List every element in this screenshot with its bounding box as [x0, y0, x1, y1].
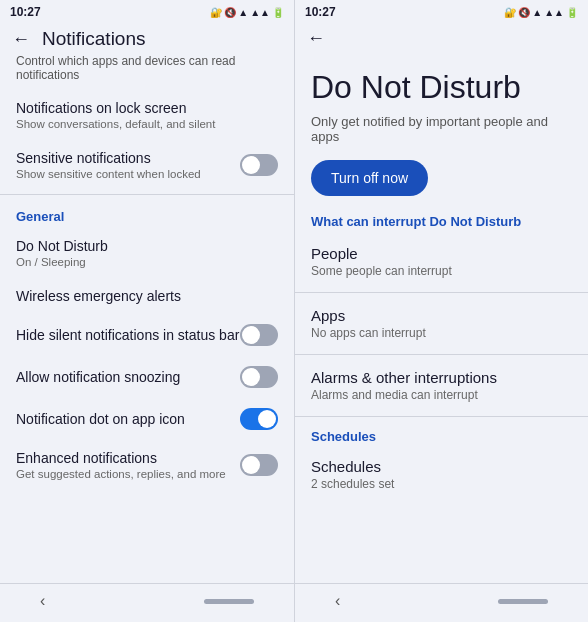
- signal-icon-r: ▲▲: [544, 7, 564, 18]
- sensitive-sub: Show sensitive content when locked: [16, 168, 240, 180]
- status-icons-left: 🔐 🔇 ▲ ▲▲ 🔋: [210, 7, 284, 18]
- wifi-icon-r: ▲: [532, 7, 542, 18]
- status-bar-right: 10:27 🔐 🔇 ▲ ▲▲ 🔋: [295, 0, 588, 22]
- divider-r2: [295, 354, 588, 355]
- snoozing-title: Allow notification snoozing: [16, 369, 240, 385]
- enhanced-title: Enhanced notifications: [16, 450, 240, 466]
- nav-back-left[interactable]: ‹: [40, 592, 45, 610]
- enhanced-sub: Get suggested actions, replies, and more: [16, 468, 240, 480]
- status-bar-left: 10:27 🔐 🔇 ▲ ▲▲ 🔋: [0, 0, 294, 22]
- turn-off-now-button[interactable]: Turn off now: [311, 160, 428, 196]
- notif-dot-item[interactable]: Notification dot on app icon: [0, 398, 294, 440]
- notif-dot-toggle[interactable]: [240, 408, 278, 430]
- nav-pill-right[interactable]: [498, 599, 548, 604]
- people-title: People: [311, 245, 572, 262]
- sensitive-toggle-knob: [242, 156, 260, 174]
- snoozing-knob: [242, 368, 260, 386]
- status-icons-right: 🔐 🔇 ▲ ▲▲ 🔋: [504, 7, 578, 18]
- apps-item[interactable]: Apps No apps can interrupt: [295, 297, 588, 350]
- schedules-section-label: Schedules: [295, 421, 588, 448]
- do-not-disturb-item[interactable]: Do Not Disturb On / Sleeping: [0, 228, 294, 278]
- wifi-icon: ▲: [238, 7, 248, 18]
- apps-title: Apps: [311, 307, 572, 324]
- sensitive-title: Sensitive notifications: [16, 150, 240, 166]
- divider-r1: [295, 292, 588, 293]
- notif-dot-knob: [258, 410, 276, 428]
- lock-screen-title: Notifications on lock screen: [16, 100, 278, 116]
- alarms-sub: Alarms and media can interrupt: [311, 388, 572, 402]
- schedules-item[interactable]: Schedules 2 schedules set: [295, 448, 588, 501]
- snoozing-toggle[interactable]: [240, 366, 278, 388]
- nav-back-right[interactable]: ‹: [335, 592, 340, 610]
- people-sub: Some people can interrupt: [311, 264, 572, 278]
- interrupt-section-label: What can interrupt Do Not Disturb: [295, 210, 588, 235]
- hide-silent-knob: [242, 326, 260, 344]
- alarms-item[interactable]: Alarms & other interruptions Alarms and …: [295, 359, 588, 412]
- bottom-bar-right: ‹: [295, 583, 588, 622]
- top-bar-left: ← Notifications: [0, 22, 294, 54]
- alarms-title: Alarms & other interruptions: [311, 369, 572, 386]
- schedules-title: Schedules: [311, 458, 572, 475]
- lock-screen-item[interactable]: Notifications on lock screen Show conver…: [0, 90, 294, 140]
- apps-sub: No apps can interrupt: [311, 326, 572, 340]
- back-button-right[interactable]: ←: [307, 28, 325, 48]
- allow-snoozing-item[interactable]: Allow notification snoozing: [0, 356, 294, 398]
- battery-icon: 🔋: [272, 7, 284, 18]
- signal-icon: ▲▲: [250, 7, 270, 18]
- status-time-right: 10:27: [305, 5, 336, 19]
- mute-icon: 🔇: [224, 7, 236, 18]
- enhanced-knob: [242, 456, 260, 474]
- bottom-bar-left: ‹: [0, 583, 294, 622]
- divider-r3: [295, 416, 588, 417]
- wireless-title: Wireless emergency alerts: [16, 288, 278, 304]
- back-button-left[interactable]: ←: [12, 29, 30, 50]
- notif-dot-title: Notification dot on app icon: [16, 411, 240, 427]
- notifications-scroll[interactable]: Notifications on lock screen Show conver…: [0, 90, 294, 583]
- hide-silent-title: Hide silent notifications in status bar: [16, 327, 240, 343]
- top-bar-right: ←: [295, 22, 588, 49]
- hide-silent-item[interactable]: Hide silent notifications in status bar: [0, 314, 294, 356]
- enhanced-toggle[interactable]: [240, 454, 278, 476]
- hide-silent-toggle[interactable]: [240, 324, 278, 346]
- dnd-page-title: Do Not Disturb: [295, 49, 588, 110]
- sensitive-notifications-item[interactable]: Sensitive notifications Show sensitive c…: [0, 140, 294, 190]
- sensitive-toggle[interactable]: [240, 154, 278, 176]
- nav-pill-left[interactable]: [204, 599, 254, 604]
- general-section-label: General: [0, 199, 294, 228]
- status-time-left: 10:27: [10, 5, 41, 19]
- lock-screen-sub: Show conversations, default, and silent: [16, 118, 278, 130]
- battery-icon-r: 🔋: [566, 7, 578, 18]
- page-title-left: Notifications: [42, 28, 146, 50]
- divider-1: [0, 194, 294, 195]
- mute-icon-r: 🔇: [518, 7, 530, 18]
- people-item[interactable]: People Some people can interrupt: [295, 235, 588, 288]
- enhanced-notif-item[interactable]: Enhanced notifications Get suggested act…: [0, 440, 294, 490]
- sim-icon-r: 🔐: [504, 7, 516, 18]
- dnd-list-sub: On / Sleeping: [16, 256, 278, 268]
- notifications-subtitle: Control which apps and devices can read …: [0, 54, 294, 90]
- wireless-emergency-item[interactable]: Wireless emergency alerts: [0, 278, 294, 314]
- dnd-list-title: Do Not Disturb: [16, 238, 278, 254]
- schedules-sub: 2 schedules set: [311, 477, 572, 491]
- dnd-panel: 10:27 🔐 🔇 ▲ ▲▲ 🔋 ← Do Not Disturb Only g…: [294, 0, 588, 622]
- dnd-scroll[interactable]: Do Not Disturb Only get notified by impo…: [295, 49, 588, 583]
- dnd-page-subtitle: Only get notified by important people an…: [295, 110, 588, 156]
- sim-icon: 🔐: [210, 7, 222, 18]
- notifications-panel: 10:27 🔐 🔇 ▲ ▲▲ 🔋 ← Notifications Control…: [0, 0, 294, 622]
